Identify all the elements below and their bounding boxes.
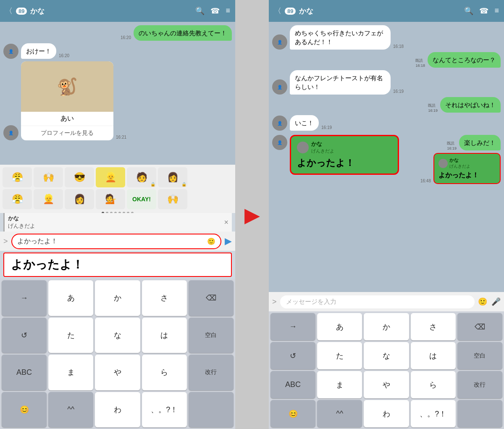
input-bar: > よかったよ！ 🙂 ▶	[0, 232, 235, 251]
keyboard: → あ か さ ⌫ ↺ た な は 空白 ABC ま や ら 改行 😊 ^^ わ…	[0, 279, 235, 429]
msg-time: 16:20	[121, 35, 131, 40]
phone-icon[interactable]: ☎	[210, 6, 220, 16]
key-arrow[interactable]: →	[2, 280, 47, 316]
key-undo[interactable]: ↺	[270, 342, 315, 369]
right-panel: 〈 89 かな 🔍 ☎ ≡ 👤 めちゃくちゃ行きたいカフェがあるんだ！！ 16:…	[269, 0, 504, 429]
sticker-item[interactable]: 😤	[3, 167, 32, 187]
rep2-header: かな げんきだよ	[438, 157, 496, 169]
key-sa[interactable]: さ	[142, 280, 187, 316]
key-wa[interactable]: わ	[364, 400, 409, 427]
voice-icon[interactable]: 🎤	[491, 297, 501, 306]
sticker-item[interactable]: 🙌	[158, 189, 187, 209]
bubble-received: おけー！	[21, 43, 56, 59]
r-msg-4: 既読16:19 それはやばいね！	[272, 97, 501, 113]
sticker-item[interactable]: 👩	[65, 189, 94, 209]
back-button[interactable]: 〈	[5, 6, 13, 16]
key-backspace[interactable]: ⌫	[189, 280, 234, 316]
key-wa[interactable]: わ	[95, 392, 140, 428]
key-ra[interactable]: ら	[411, 371, 456, 398]
search-icon[interactable]: 🔍	[195, 6, 205, 16]
expand-icon[interactable]: >	[272, 297, 277, 306]
sticker-item[interactable]: 💁	[96, 189, 125, 209]
key-empty	[457, 400, 502, 427]
key-empty	[189, 392, 234, 428]
sticker-item[interactable]: 😤	[3, 189, 32, 209]
sticker-item[interactable]: 😎	[65, 167, 94, 187]
sticker-item[interactable]: 👱	[34, 189, 63, 209]
key-ta[interactable]: た	[317, 342, 362, 369]
right-input-icons: 🙂 🎤	[478, 297, 501, 306]
key-ra[interactable]: ら	[142, 355, 187, 390]
menu-icon[interactable]: ≡	[494, 6, 499, 16]
rep2-main-text: よかったよ！	[438, 171, 496, 180]
rep2-avatar	[438, 159, 448, 168]
key-abc[interactable]: ABC	[270, 371, 315, 398]
expand-icon[interactable]: >	[3, 237, 8, 246]
reply-close-button[interactable]: ×	[224, 218, 228, 227]
key-caret[interactable]: ^^	[317, 400, 362, 427]
key-arrow[interactable]: →	[270, 313, 315, 340]
avatar: 👤	[272, 135, 287, 150]
sticker-row-2: 😤 👱 👩 💁 OKAY! 🙌	[3, 189, 233, 209]
key-ha[interactable]: は	[142, 318, 187, 353]
key-punct[interactable]: 、。?！	[142, 392, 187, 428]
send-button[interactable]: ▶	[225, 236, 232, 247]
key-ya[interactable]: や	[364, 371, 409, 398]
key-space[interactable]: 空白	[457, 342, 502, 369]
key-enter[interactable]: 改行	[189, 355, 234, 390]
key-abc[interactable]: ABC	[2, 355, 47, 390]
ime-suggestion[interactable]: よかったよ！	[3, 253, 232, 277]
sticker-item[interactable]: 👱	[96, 167, 125, 187]
key-ta[interactable]: た	[48, 318, 93, 353]
r-msg-2: 既読16:18 なんてところなのー？	[272, 52, 501, 68]
arrow-container: ▶	[235, 0, 269, 429]
key-backspace[interactable]: ⌫	[457, 313, 502, 340]
key-emoji[interactable]: 😊	[2, 392, 47, 428]
key-space[interactable]: 空白	[189, 318, 234, 353]
read-receipt: 既読16:18	[415, 58, 425, 68]
avatar: 👤	[3, 125, 18, 140]
read-receipt: 既読16:19	[447, 141, 457, 150]
key-ma[interactable]: ま	[48, 355, 93, 390]
r-msg-5: 👤 いこ！ 16:19	[272, 115, 501, 131]
key-ha[interactable]: は	[411, 342, 456, 369]
menu-icon[interactable]: ≡	[226, 6, 230, 16]
avatar: 👤	[272, 116, 287, 131]
key-na[interactable]: な	[95, 318, 140, 353]
emoji-icon[interactable]: 🙂	[207, 237, 215, 245]
rep-text: げんきだよ	[311, 148, 334, 154]
key-caret[interactable]: ^^	[48, 392, 93, 428]
right-message-input[interactable]: メッセージを入力	[280, 295, 475, 308]
profile-name: あい	[21, 112, 113, 126]
rep2-name: かな	[449, 157, 470, 163]
key-ya[interactable]: や	[95, 355, 140, 390]
keyboard-row-4: 😊 ^^ わ 、。?！	[2, 392, 234, 428]
sticker-item[interactable]: OKAY!	[127, 189, 156, 209]
key-punct[interactable]: 、。?！	[411, 400, 456, 427]
msg-time: 16:18	[393, 44, 404, 49]
message-input-wrapper[interactable]: よかったよ！ 🙂	[11, 234, 221, 249]
key-a[interactable]: あ	[48, 280, 93, 316]
right-input-bar: > メッセージを入力 🙂 🎤	[269, 292, 504, 311]
bubble: めちゃくちゃ行きたいカフェがあるんだ！！	[290, 25, 391, 50]
key-undo[interactable]: ↺	[2, 318, 47, 353]
rep-info: かな げんきだよ	[311, 140, 334, 154]
sticker-item-locked[interactable]: 👩	[158, 167, 187, 187]
search-icon[interactable]: 🔍	[464, 6, 473, 16]
key-sa[interactable]: さ	[411, 313, 456, 340]
key-ka[interactable]: か	[95, 280, 140, 316]
key-na[interactable]: な	[364, 342, 409, 369]
key-a[interactable]: あ	[317, 313, 362, 340]
key-enter[interactable]: 改行	[457, 371, 502, 398]
sticker-item[interactable]: 🙌	[34, 167, 63, 187]
key-emoji[interactable]: 😊	[270, 400, 315, 427]
key-ka[interactable]: か	[364, 313, 409, 340]
emoji-icon[interactable]: 🙂	[478, 297, 487, 306]
back-button[interactable]: 〈	[274, 6, 281, 16]
sticker-item-locked[interactable]: 🧑	[127, 167, 156, 187]
keyboard-row-3: ABC ま や ら 改行	[2, 355, 234, 390]
profile-button[interactable]: プロフィールを見る	[21, 126, 113, 140]
phone-icon[interactable]: ☎	[479, 6, 488, 16]
key-ma[interactable]: ま	[317, 371, 362, 398]
direction-arrow: ▶	[244, 203, 260, 226]
